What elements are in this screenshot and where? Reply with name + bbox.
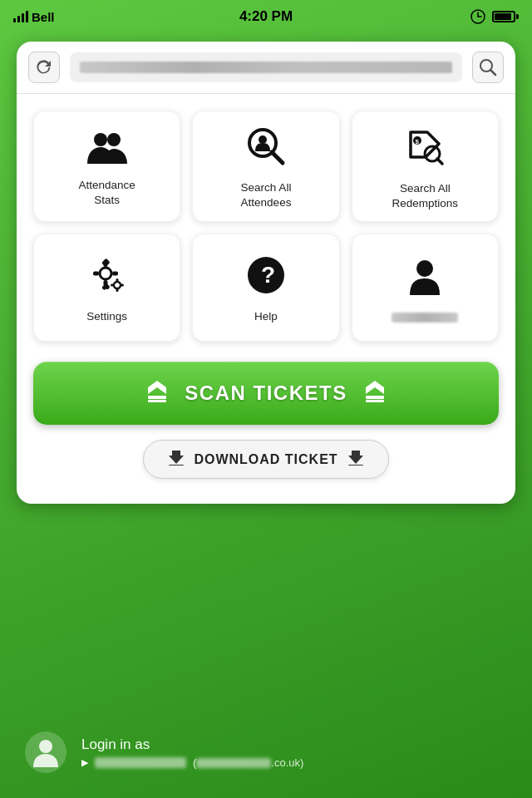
- footer-username-blurred: [95, 757, 186, 768]
- attendance-stats-label: AttendanceStats: [79, 178, 135, 207]
- svg-rect-38: [366, 400, 384, 402]
- grid-row-1: AttendanceStats Search AllAttendees: [33, 111, 499, 342]
- svg-line-8: [272, 152, 283, 163]
- svg-text:$: $: [416, 138, 420, 145]
- download-ticket-button[interactable]: DOWNLOAD TICKET: [143, 440, 388, 479]
- svg-line-4: [491, 71, 496, 76]
- status-bar: Bell 4:20 PM: [0, 0, 532, 33]
- svg-point-25: [115, 283, 119, 287]
- svg-point-6: [107, 133, 121, 146]
- search-all-attendees-button[interactable]: Search AllAttendees: [192, 111, 339, 222]
- svg-rect-29: [121, 283, 124, 286]
- svg-rect-40: [169, 465, 184, 466]
- question-icon: ?: [246, 255, 286, 301]
- people-icon: [86, 129, 129, 170]
- footer-email-blurred: [196, 758, 271, 768]
- reload-button[interactable]: [28, 52, 60, 83]
- footer-login-info: Login in as ▶ (.co.uk): [81, 736, 303, 769]
- carrier-signal: Bell: [13, 10, 55, 24]
- browser-bar: [17, 42, 515, 94]
- status-icons: [470, 9, 519, 24]
- footer-avatar: [25, 732, 66, 773]
- account-label-blurred: [392, 313, 458, 323]
- svg-rect-18: [112, 271, 118, 275]
- svg-rect-28: [111, 283, 114, 286]
- svg-point-43: [39, 740, 52, 753]
- footer-user-row: ▶ (.co.uk): [81, 756, 303, 769]
- download-ticket-label: DOWNLOAD TICKET: [194, 452, 337, 467]
- search-attendees-label: Search AllAttendees: [241, 180, 292, 209]
- download-ticket-section: DOWNLOAD TICKET: [17, 433, 515, 479]
- svg-rect-34: [148, 396, 166, 399]
- svg-point-23: [101, 269, 110, 278]
- url-bar[interactable]: [70, 52, 462, 82]
- svg-point-9: [259, 135, 267, 144]
- account-button[interactable]: [352, 234, 499, 342]
- tag-search-icon: $: [404, 126, 446, 173]
- svg-rect-26: [116, 278, 118, 282]
- footer: Login in as ▶ (.co.uk): [0, 707, 532, 798]
- svg-rect-42: [348, 465, 363, 466]
- status-time: 4:20 PM: [239, 8, 293, 25]
- search-icon: [479, 58, 497, 76]
- person-icon: [406, 257, 443, 301]
- menu-grid: AttendanceStats Search AllAttendees: [17, 94, 515, 350]
- svg-point-5: [94, 133, 107, 146]
- battery-icon: [492, 11, 519, 22]
- settings-button[interactable]: Settings: [33, 234, 180, 342]
- scan-left-icon: [145, 379, 170, 408]
- reload-icon: [36, 59, 52, 76]
- footer-login-label: Login in as: [81, 736, 303, 753]
- svg-marker-41: [348, 451, 363, 464]
- search-button[interactable]: [472, 52, 504, 83]
- scan-tickets-section: SCAN TICKETS: [17, 350, 515, 433]
- gear-icon: [87, 255, 127, 301]
- svg-line-13: [437, 159, 442, 164]
- settings-label: Settings: [86, 309, 127, 324]
- svg-marker-33: [148, 381, 166, 394]
- svg-rect-35: [148, 400, 166, 402]
- clock-icon: [470, 9, 485, 24]
- scan-right-icon: [362, 379, 387, 408]
- attendance-stats-button[interactable]: AttendanceStats: [33, 111, 180, 222]
- carrier-name: Bell: [32, 10, 55, 24]
- svg-rect-17: [93, 271, 99, 275]
- download-right-icon: [347, 449, 365, 470]
- search-person-icon: [246, 126, 286, 172]
- footer-play-icon: ▶: [81, 757, 88, 768]
- help-label: Help: [254, 309, 278, 324]
- search-all-redemptions-button[interactable]: $ Search AllRedemptions: [352, 111, 499, 222]
- svg-marker-39: [169, 451, 184, 464]
- download-left-icon: [167, 449, 185, 470]
- help-button[interactable]: ? Help: [192, 234, 339, 342]
- svg-rect-27: [116, 288, 118, 292]
- url-text-blurred: [80, 62, 452, 73]
- signal-icon: [13, 11, 28, 22]
- svg-text:?: ?: [261, 262, 275, 288]
- svg-point-32: [416, 260, 433, 277]
- svg-marker-36: [366, 381, 384, 394]
- scan-tickets-label: SCAN TICKETS: [185, 382, 347, 405]
- svg-rect-37: [366, 396, 384, 399]
- footer-email: (.co.uk): [193, 756, 303, 769]
- search-redemptions-label: Search AllRedemptions: [392, 181, 459, 210]
- main-card: AttendanceStats Search AllAttendees: [17, 42, 515, 504]
- scan-tickets-button[interactable]: SCAN TICKETS: [33, 362, 499, 425]
